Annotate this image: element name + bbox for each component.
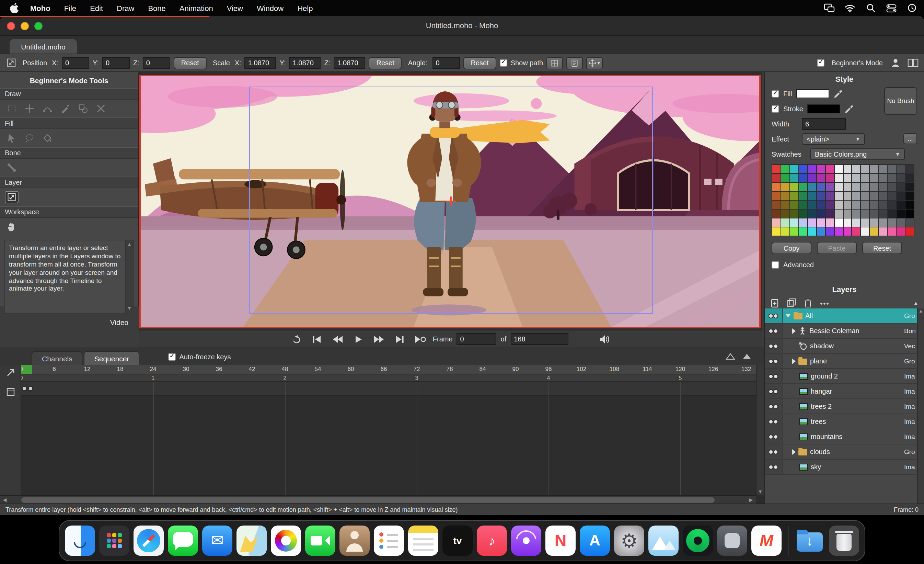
dock-messages-icon[interactable] — [168, 525, 198, 556]
color-swatch[interactable] — [781, 218, 789, 227]
color-swatch[interactable] — [799, 201, 807, 209]
scroll-down-icon[interactable]: ▼ — [756, 489, 764, 494]
timeline-track-area[interactable] — [21, 382, 756, 495]
color-swatch[interactable] — [861, 192, 869, 200]
color-swatch[interactable] — [808, 209, 816, 218]
color-swatch[interactable] — [879, 209, 887, 218]
color-swatch[interactable] — [888, 165, 896, 173]
color-swatch[interactable] — [781, 227, 789, 236]
video-section-label[interactable]: Video — [0, 314, 138, 331]
freehand-tool[interactable] — [58, 102, 72, 115]
color-swatch[interactable] — [825, 192, 834, 200]
color-swatch[interactable] — [772, 201, 780, 209]
color-swatch[interactable] — [834, 192, 843, 200]
color-swatch[interactable] — [790, 201, 798, 209]
color-swatch[interactable] — [879, 227, 887, 236]
dock-music-icon[interactable]: ♪ — [477, 525, 507, 556]
color-swatch[interactable] — [888, 174, 896, 182]
keyframe-dot[interactable] — [22, 386, 27, 391]
color-swatch[interactable] — [817, 183, 825, 191]
collapse-panel-icon[interactable]: ▲ — [913, 300, 918, 306]
color-swatch[interactable] — [781, 174, 789, 182]
layer-row-ground-2[interactable]: ground 2Ima — [765, 369, 917, 384]
layer-visibility-icon[interactable] — [765, 399, 783, 414]
dock-mountain-icon[interactable] — [648, 525, 679, 556]
color-swatch[interactable] — [790, 209, 798, 218]
dock-settings-icon[interactable]: ⚙ — [614, 525, 644, 556]
color-swatch[interactable] — [808, 183, 816, 191]
effect-select[interactable]: <plain>▼ — [802, 133, 865, 144]
position-reset-button[interactable]: Reset — [174, 57, 207, 69]
color-swatch[interactable] — [852, 218, 861, 227]
tab-channels[interactable]: Channels — [32, 351, 83, 365]
dock-tv-icon[interactable]: tv — [442, 525, 472, 556]
color-swatch[interactable] — [897, 218, 905, 227]
color-swatch[interactable] — [808, 227, 816, 236]
color-swatch[interactable] — [808, 201, 816, 209]
color-swatch[interactable] — [825, 218, 834, 227]
dock-downloads-icon[interactable]: ↓ — [795, 525, 825, 556]
frame-ruler[interactable]: 0612182430364248546066727884909610210811… — [0, 365, 756, 374]
dock-mail-icon[interactable]: ✉ — [202, 525, 232, 556]
scale-reset-button[interactable]: Reset — [369, 57, 402, 69]
color-swatch[interactable] — [870, 209, 878, 218]
color-swatch[interactable] — [870, 183, 878, 191]
layer-visibility-icon[interactable] — [765, 369, 783, 384]
auto-freeze-checkbox[interactable] — [168, 353, 176, 360]
play-button[interactable] — [351, 333, 367, 345]
layer-row-mountains[interactable]: mountainsIma — [765, 429, 917, 444]
beginners-mode-checkbox[interactable] — [817, 59, 825, 67]
bone-tool[interactable] — [5, 161, 18, 174]
color-swatch[interactable] — [790, 174, 798, 182]
color-swatch[interactable] — [852, 174, 861, 182]
dock-safari-icon[interactable] — [134, 525, 164, 556]
advanced-checkbox[interactable] — [772, 261, 779, 268]
paste-style-button[interactable]: Paste — [817, 242, 857, 254]
scroll-left-icon[interactable]: ◀ — [0, 496, 10, 504]
color-swatch[interactable] — [772, 192, 780, 200]
angle-input[interactable] — [432, 57, 460, 69]
layer-visibility-icon[interactable] — [765, 384, 783, 399]
end-frame-input[interactable] — [510, 333, 568, 345]
color-swatch[interactable] — [781, 209, 789, 218]
color-swatch[interactable] — [825, 174, 834, 182]
fill-checkbox[interactable] — [772, 90, 779, 97]
color-swatch[interactable] — [817, 218, 825, 227]
color-swatch[interactable] — [888, 183, 896, 191]
color-swatch[interactable] — [843, 227, 852, 236]
color-swatch[interactable] — [879, 165, 887, 173]
transform-layer-tool[interactable] — [5, 191, 18, 203]
position-z-input[interactable] — [143, 57, 170, 69]
expand-toggle-icon[interactable] — [792, 358, 796, 364]
color-swatch[interactable] — [852, 192, 861, 200]
color-swatch[interactable] — [825, 227, 834, 236]
color-swatch[interactable] — [879, 174, 887, 182]
color-swatch[interactable] — [852, 183, 861, 191]
layer-channel-icon[interactable] — [6, 387, 15, 399]
color-swatch[interactable] — [906, 183, 914, 191]
color-swatch[interactable] — [852, 227, 861, 236]
color-swatch[interactable] — [843, 183, 852, 191]
dock-facetime-icon[interactable] — [305, 525, 335, 556]
color-swatch[interactable] — [817, 209, 825, 218]
select-shape-tool[interactable] — [5, 132, 18, 144]
scroll-down-icon[interactable]: ▼ — [127, 306, 132, 312]
copy-style-button[interactable]: Copy — [772, 242, 812, 254]
scale-x-input[interactable] — [245, 57, 276, 69]
color-swatch[interactable] — [808, 218, 816, 227]
color-swatch[interactable] — [781, 165, 789, 173]
menu-help[interactable]: Help — [290, 4, 320, 12]
color-swatch[interactable] — [817, 201, 825, 209]
color-swatch[interactable] — [825, 201, 834, 209]
color-swatch[interactable] — [897, 174, 905, 182]
go-to-end-button[interactable] — [392, 333, 408, 345]
color-swatch[interactable] — [888, 192, 896, 200]
dock-launchpad-icon[interactable] — [99, 525, 129, 556]
menu-file[interactable]: File — [57, 4, 83, 12]
expand-toggle-icon[interactable] — [792, 449, 796, 454]
paint-bucket-tool[interactable] — [40, 132, 54, 144]
description-scrollbar[interactable]: ▲▼ — [125, 241, 133, 313]
color-swatch[interactable] — [790, 192, 798, 200]
stroke-width-input[interactable] — [802, 118, 846, 129]
step-back-button[interactable] — [330, 333, 346, 345]
